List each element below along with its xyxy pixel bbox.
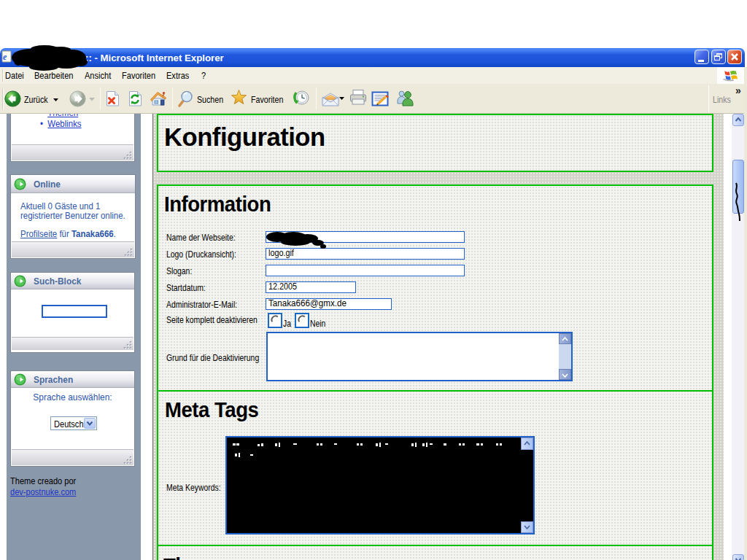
svg-text:e: e xyxy=(3,52,7,62)
